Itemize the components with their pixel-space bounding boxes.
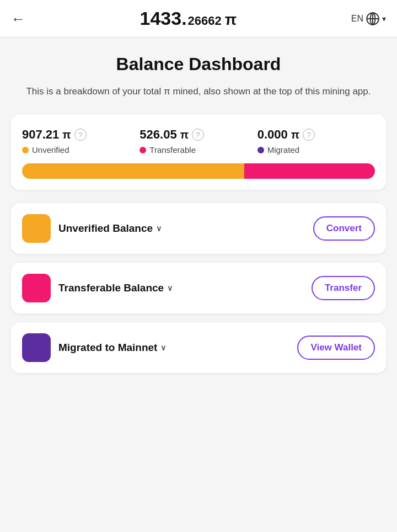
header: ← 1433.26662 π EN ▾ bbox=[0, 0, 397, 38]
unverified-chevron-icon: ∨ bbox=[156, 224, 162, 233]
progress-transferable bbox=[244, 163, 375, 179]
unverified-label: Unverified bbox=[32, 145, 69, 155]
transferable-balance-title: Transferable Balance ∨ bbox=[58, 282, 173, 294]
transferable-dot bbox=[140, 147, 146, 153]
unverified-value: 907.21 bbox=[22, 127, 59, 142]
page-subtitle: This is a breakdown of your total π mine… bbox=[11, 84, 386, 99]
migrated-balance-card: Migrated to Mainnet ∨ View Wallet bbox=[11, 322, 386, 373]
transferable-balance-card: Transferable Balance ∨ Transfer bbox=[11, 263, 386, 313]
view-wallet-button[interactable]: View Wallet bbox=[297, 336, 375, 360]
language-selector[interactable]: EN ▾ bbox=[351, 12, 386, 26]
balance-pi-symbol: π bbox=[225, 11, 237, 29]
migrated-info-button[interactable]: ? bbox=[303, 129, 315, 141]
unverified-pi: π bbox=[62, 129, 71, 141]
migrated-balance-icon bbox=[22, 333, 51, 362]
transferable-pi: π bbox=[180, 129, 189, 141]
migrated-value: 0.000 bbox=[257, 127, 288, 142]
migrated-chevron-icon: ∨ bbox=[160, 343, 166, 352]
main-content: Balance Dashboard This is a breakdown of… bbox=[0, 38, 397, 384]
stats-row: 907.21 π ? Unverified 526.05 π ? bbox=[22, 127, 375, 155]
unverified-info-button[interactable]: ? bbox=[74, 129, 87, 141]
transferable-chevron-icon: ∨ bbox=[167, 284, 173, 292]
transferable-value: 526.05 bbox=[140, 127, 176, 142]
transferable-label: Transferable bbox=[149, 145, 196, 155]
language-label: EN bbox=[351, 14, 363, 24]
unverified-balance-title: Unverified Balance ∨ bbox=[58, 222, 162, 235]
header-balance: 1433.26662 π bbox=[140, 8, 237, 29]
transferable-balance-icon bbox=[22, 274, 51, 302]
progress-unverified bbox=[22, 163, 244, 179]
balance-decimal: 26662 bbox=[188, 14, 222, 28]
migrated-dot bbox=[257, 147, 264, 153]
balance-sections: Unverified Balance ∨ Convert Transferabl… bbox=[11, 203, 386, 373]
convert-button[interactable]: Convert bbox=[313, 216, 375, 241]
stat-transferable: 526.05 π ? Transferable bbox=[140, 127, 257, 155]
unverified-balance-card: Unverified Balance ∨ Convert bbox=[11, 203, 386, 254]
unverified-dot bbox=[22, 147, 29, 153]
stat-unverified: 907.21 π ? Unverified bbox=[22, 127, 140, 155]
stat-migrated: 0.000 π ? Migrated bbox=[257, 127, 375, 155]
migrated-pi: π bbox=[291, 129, 299, 141]
page-title: Balance Dashboard bbox=[11, 54, 386, 75]
unverified-balance-icon bbox=[22, 214, 51, 243]
progress-bar bbox=[22, 163, 375, 179]
transfer-button[interactable]: Transfer bbox=[312, 276, 375, 300]
balance-main: 1433. bbox=[140, 8, 187, 29]
chevron-down-icon: ▾ bbox=[382, 14, 386, 23]
stats-card: 907.21 π ? Unverified 526.05 π ? bbox=[11, 114, 386, 190]
globe-icon bbox=[366, 12, 380, 26]
migrated-balance-title: Migrated to Mainnet ∨ bbox=[58, 342, 166, 354]
migrated-label: Migrated bbox=[267, 145, 299, 155]
back-button[interactable]: ← bbox=[11, 12, 25, 26]
transferable-info-button[interactable]: ? bbox=[192, 129, 204, 141]
